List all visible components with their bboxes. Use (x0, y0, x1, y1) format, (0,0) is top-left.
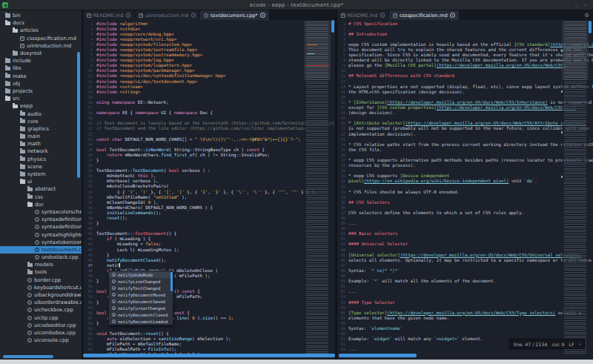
code-line[interactable]: 35 mCleanChangeId( 0 ), (83, 199, 335, 205)
autocomplete-item[interactable]: notifyDocumentLoaded (109, 318, 173, 325)
code-line[interactable]: 28 (83, 163, 335, 168)
code-line[interactable]: 47 notif (83, 262, 335, 268)
tree-item-css[interactable]: css (0, 193, 82, 201)
code-line[interactable]: 3## Introduction (337, 31, 593, 36)
tab-close-icon[interactable]: × (260, 13, 265, 18)
tree-item-uiborderdrawable.cpp[interactable]: Cuiborderdrawable.cpp (0, 299, 82, 306)
tree-item-uibackgrounddrawable.cpp[interactable]: Cuibackgrounddrawable.cpp (0, 291, 82, 299)
autocomplete-item[interactable]: notifyCursorChanged (109, 305, 173, 311)
code-line[interactable]: 31pixel](https://en.wikipedia.org/wiki/D… (337, 179, 593, 184)
code-line[interactable]: 20* [Attribute selector](https://develop… (337, 121, 593, 126)
code-line[interactable]: 38 (337, 215, 593, 220)
code-line[interactable]: 55 (337, 305, 593, 310)
code-line[interactable]: 14#include <string> (83, 89, 335, 94)
code-line[interactable]: 21is not supported (probably will not be… (337, 126, 593, 131)
code-line[interactable]: 54#### Type Selector (337, 300, 593, 305)
tree-item-physics[interactable]: physics (0, 156, 82, 163)
code-line[interactable]: 32 (337, 184, 593, 189)
code-line[interactable]: 11## Relevant differences with CSS stand… (337, 73, 593, 79)
tree-item-uiclip.cpp[interactable]: Cuiclip.cpp (0, 314, 82, 322)
code-line[interactable]: 45[Universal selector](https://developer… (337, 252, 593, 257)
code-line[interactable]: 4#include <eepp/network/uri.hpp> (83, 36, 335, 42)
code-line[interactable]: 41TextDocument::~TextDocument() { (83, 231, 335, 236)
tree-item-system[interactable]: system (0, 171, 82, 178)
code-line[interactable]: 5eepp CSS custom implementation is heavi… (337, 42, 593, 47)
code-line[interactable]: 7#include <eepp/system/iostreammemory.hp… (83, 53, 335, 58)
code-line[interactable]: 33 { { '(', ')' }, { '[', ']' }, { '{', … (83, 189, 335, 194)
code-line[interactable]: 29TextDocument::TextDocument( bool verbo… (83, 168, 335, 173)
code-line[interactable]: 48Syntax: `* ns|* *|*` (337, 268, 593, 273)
code-line[interactable]: 1# CSS Specification (337, 21, 593, 26)
code-line[interactable]: 27* eepp CSS supports alternative path m… (337, 157, 593, 162)
code-line[interactable]: 56[Type selector](https://developer.mozi… (337, 310, 593, 315)
code-line[interactable]: 15 (83, 94, 335, 99)
code-line[interactable]: 50Example: `*` will match all the elemen… (337, 279, 593, 284)
code-line[interactable]: 37 initializeCommands(); (83, 210, 335, 215)
code-line[interactable]: 3#include <eepp/core/debug.hpp> (83, 31, 335, 36)
tree-item-cssspecification.md[interactable]: Mcssspecification.md (0, 35, 82, 42)
code-line[interactable]: 46 notifyDocumentClosed(); (83, 257, 335, 262)
code-line[interactable]: 14the HTML+CSS specification (design dec… (337, 89, 593, 94)
code-line[interactable]: 20// Text document is loosely based on t… (83, 121, 335, 126)
code-line[interactable]: 13* Layout properties are not supported … (337, 84, 593, 89)
code-line[interactable]: 57elements that have the given node name… (337, 315, 593, 320)
tab-close-icon[interactable]: × (450, 13, 455, 18)
code-line[interactable]: 23 (337, 136, 593, 142)
code-line[interactable]: 44 Lock l( mLoadingMutex ); (83, 247, 335, 252)
minimap-viewport[interactable] (562, 21, 589, 80)
code-line[interactable]: 16using namespace EE::Network; (83, 99, 335, 105)
code-line[interactable]: 4 (337, 36, 593, 42)
markdown-minimap[interactable] (562, 20, 589, 355)
line-ending-indicator[interactable]: LF (569, 342, 574, 347)
code-line[interactable]: 43#### Universal Selector (337, 242, 593, 247)
tree-item-uiintroduction.md[interactable]: Muiintroduction.md (0, 42, 82, 50)
tree-item-docs[interactable]: docs (0, 19, 82, 27)
tree-item-syntaxhighlighter.cpp[interactable]: Csyntaxhighlighter.cpp (0, 231, 82, 238)
tree-item-syntaxdefinition.cpp[interactable]: Csyntaxdefinition.cpp (0, 216, 82, 223)
code-line[interactable]: 52... (337, 289, 593, 294)
tree-vertical-scrollbar[interactable] (77, 52, 80, 178)
code-line[interactable]: 17 (83, 105, 335, 110)
tab-README.md[interactable]: MREADME.md× (337, 10, 389, 20)
autocomplete-item[interactable]: notifyUndoRedo (109, 271, 173, 278)
tree-item-uicheckbox.cpp[interactable]: Cuicheckbox.cpp (0, 306, 82, 314)
code-line[interactable]: 31 mVerbose( verbose ), (83, 179, 335, 184)
code-line[interactable]: 44 (337, 247, 593, 252)
code-line[interactable]: 36 mNonWordChars( DEFAULT_NON_WORD_CHARS… (83, 205, 335, 210)
autocomplete-scrollbar[interactable] (170, 272, 173, 291)
code-line[interactable]: 60 (337, 331, 593, 337)
code-line[interactable]: 6This document will try to explain the s… (337, 47, 593, 52)
code-line[interactable]: 46selects all elements. Optionally, it m… (337, 257, 593, 262)
code-line[interactable]: 58 (337, 320, 593, 325)
line-indicator[interactable]: line: 47 / 2134 (514, 342, 548, 347)
title-bar[interactable]: ecode - eepp - textdocument.cpp* – ◻ ✕ (0, 0, 593, 10)
tab-textdocument.cpp*[interactable]: Ctextdocument.cpp*× (200, 10, 269, 20)
code-line[interactable]: 19 (83, 116, 335, 121)
autocomplete-item[interactable]: notifyLineChanged (109, 278, 173, 285)
code-line[interactable]: 10 (337, 68, 593, 73)
tree-item-tools[interactable]: tools (0, 268, 82, 276)
tree-item-doxyrest[interactable]: doxyrest (0, 50, 82, 57)
code-line[interactable]: 24* CSS relative paths start from the pr… (337, 142, 593, 147)
tree-item-network[interactable]: network (0, 148, 82, 155)
tab-README.md[interactable]: MREADME.md× (83, 10, 135, 20)
code-line[interactable]: 63 mFileRealPath = FileInfo(); (83, 347, 335, 352)
maximize-icon[interactable]: ◻ (575, 4, 578, 7)
tree-item-uiconsole.cpp[interactable]: Cuiconsole.cpp (0, 337, 82, 344)
code-line[interactable]: 27} (83, 157, 335, 162)
tree-item-syntaxdefinitionmanager.cpp[interactable]: Csyntaxdefinitionmanager.cpp (0, 223, 82, 231)
markdown-editor[interactable]: 1# CSS Specification23## Introduction45e… (337, 20, 593, 360)
tab-close-icon[interactable]: × (380, 13, 385, 18)
code-line[interactable]: 18(design decision). (337, 110, 593, 116)
code-line[interactable]: 42 if ( mLoading ) { (83, 236, 335, 242)
code-line[interactable]: 19 (337, 116, 593, 121)
code-line[interactable]: 29 (337, 168, 593, 173)
code-line[interactable]: 38 reset(); (83, 215, 335, 220)
tree-item-articles[interactable]: articles (0, 27, 82, 34)
code-line[interactable]: 62 mFilePath = mDefaultFileName; (83, 342, 335, 347)
code-line[interactable]: 25the CSS file. (337, 147, 593, 152)
code-line[interactable]: 25bool TextDocument::isNonWord( String::… (83, 147, 335, 152)
autocomplete-item[interactable]: notifyDocumentSaved (109, 298, 173, 305)
code-line[interactable]: 35## CSS Selectors (337, 199, 593, 205)
code-line[interactable]: 47 (337, 262, 593, 268)
